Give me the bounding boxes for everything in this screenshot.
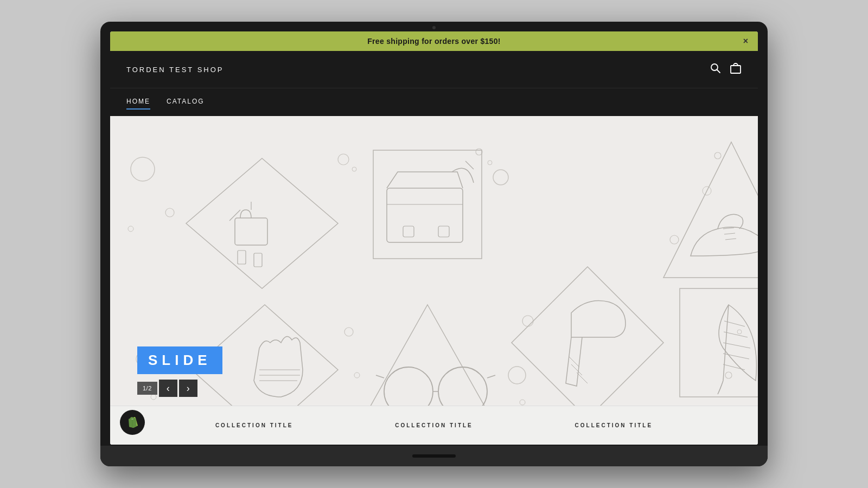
laptop-screen: Free shipping for orders over $150! × TO… [110, 31, 758, 445]
slide-text-wrapper: SLIDE [137, 346, 222, 374]
svg-point-3 [131, 157, 155, 181]
collection-title-2[interactable]: COLLECTION TITLE [395, 422, 473, 428]
svg-line-34 [465, 161, 474, 169]
cart-icon[interactable] [730, 63, 742, 76]
slide-next-button[interactable]: › [179, 380, 197, 397]
svg-marker-23 [186, 158, 338, 288]
svg-point-10 [493, 170, 508, 185]
header: TORDEN TEST SHOP [110, 51, 758, 88]
svg-line-52 [569, 356, 579, 367]
collection-title-1[interactable]: COLLECTION TITLE [215, 422, 293, 428]
svg-point-19 [520, 400, 525, 405]
svg-line-57 [723, 354, 749, 359]
svg-marker-35 [663, 142, 758, 278]
svg-line-37 [724, 233, 735, 234]
svg-marker-49 [512, 267, 663, 419]
svg-point-8 [476, 149, 482, 155]
main-content: SLIDE 1/2 ‹ › COLLECTION TITLE COLLECTIO… [110, 116, 758, 445]
slide-controls: 1/2 ‹ › [137, 380, 197, 397]
svg-rect-2 [731, 66, 741, 73]
svg-line-48 [487, 375, 495, 378]
svg-rect-32 [438, 226, 449, 237]
store-name: TORDEN TEST SHOP [126, 66, 224, 74]
header-icons [710, 63, 742, 76]
announcement-close-button[interactable]: × [743, 36, 748, 46]
nav-item-home[interactable]: HOME [126, 98, 150, 107]
svg-rect-31 [403, 226, 414, 237]
laptop-notch [412, 454, 456, 458]
collections-bar: COLLECTION TITLE COLLECTION TITLE COLLEC… [110, 406, 758, 445]
svg-point-17 [522, 316, 533, 326]
slide-label: SLIDE [137, 346, 222, 374]
svg-point-59 [131, 419, 133, 420]
shopify-logo-icon [125, 415, 140, 430]
slide-prev-button[interactable]: ‹ [159, 380, 177, 397]
svg-line-47 [376, 375, 384, 378]
nav-item-catalog[interactable]: CATALOG [167, 98, 205, 107]
svg-line-55 [724, 332, 748, 337]
announcement-text: Free shipping for orders over $150! [367, 37, 500, 46]
laptop-bottom-bar [100, 446, 768, 466]
laptop-frame: Free shipping for orders over $150! × TO… [100, 22, 768, 466]
svg-point-16 [354, 373, 360, 378]
svg-point-18 [508, 367, 526, 384]
svg-rect-28 [254, 253, 262, 267]
svg-line-1 [717, 69, 720, 73]
svg-point-20 [725, 372, 732, 378]
svg-line-51 [571, 364, 582, 375]
svg-rect-30 [387, 188, 463, 242]
nav: HOME CATALOG [110, 88, 758, 116]
svg-line-36 [723, 228, 734, 229]
svg-rect-27 [238, 251, 246, 264]
svg-point-15 [344, 328, 353, 336]
svg-point-5 [128, 226, 133, 232]
hero-illustrations [110, 116, 758, 445]
shopify-badge [120, 410, 145, 435]
svg-point-9 [488, 160, 492, 165]
announcement-bar: Free shipping for orders over $150! × [110, 31, 758, 51]
svg-point-21 [737, 330, 742, 334]
svg-point-7 [352, 167, 356, 171]
svg-rect-53 [680, 288, 758, 397]
svg-line-58 [723, 364, 745, 370]
svg-line-56 [723, 343, 750, 348]
svg-line-50 [577, 373, 588, 383]
collection-title-3[interactable]: COLLECTION TITLE [575, 422, 653, 428]
svg-point-22 [670, 235, 679, 244]
svg-point-6 [338, 154, 349, 165]
svg-point-11 [714, 152, 721, 159]
search-icon[interactable] [710, 63, 721, 76]
slide-counter: 1/2 [137, 382, 157, 395]
svg-rect-24 [235, 218, 267, 245]
svg-line-38 [725, 239, 736, 240]
svg-point-4 [165, 208, 174, 217]
